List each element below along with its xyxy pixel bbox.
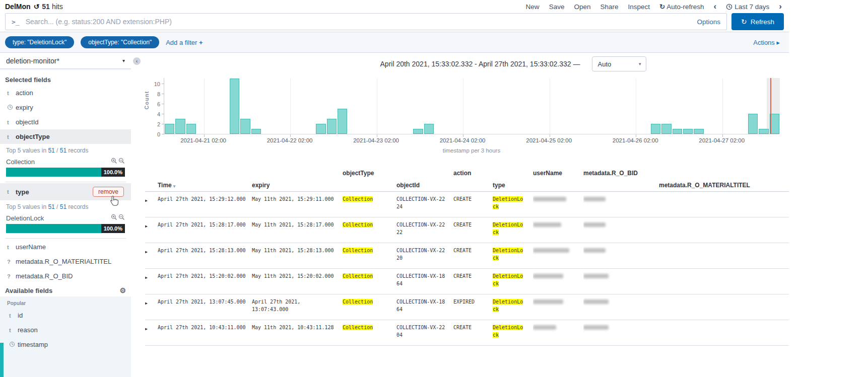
cell-action: CREATE [453,324,493,345]
grid-line [377,78,377,134]
expand-row-icon[interactable]: ▶ [145,272,148,281]
histogram-bar[interactable] [673,129,682,134]
redacted-bid [583,248,606,253]
time-range-title: April 20th 2021, 15:33:02.332 - April 27… [380,60,580,68]
nav-item-inspect[interactable]: Inspect [628,3,650,11]
redacted-username [533,325,556,330]
string-type-icon: t [9,313,18,319]
histogram-bar[interactable] [683,129,693,134]
column-header-action[interactable]: action [453,169,493,191]
expand-row-icon[interactable]: ▶ [145,247,148,256]
histogram-bar[interactable] [694,129,703,134]
zoom-out-icon[interactable] [118,214,125,222]
histogram-bar[interactable] [759,129,768,134]
column-header-objectType[interactable]: objectType [343,169,396,191]
field-value-percent: 100.0% [101,224,125,233]
column-header-objectId[interactable]: objectId [396,169,453,191]
histogram-bar[interactable] [230,79,239,134]
zoom-out-icon[interactable] [118,158,125,166]
histogram-bar[interactable] [424,124,434,134]
histogram-bar[interactable] [165,124,174,134]
sidebar-field-timestamp[interactable]: timestamp [7,337,124,352]
sidebar-field-type[interactable]: ttyperemove [0,183,131,200]
cell-objectId: COLLECTION-VX-2222 [396,221,453,243]
refresh-button[interactable]: ↻ Refresh [731,13,784,30]
x-tick-mark [636,134,636,137]
highlighted-value: Collection [343,273,373,279]
cell-expiry: May 11th 2021, 15:28:13.000 [252,247,343,268]
sidebar-scrollbar[interactable] [0,343,4,377]
sidebar-field-id[interactable]: tid [7,308,124,323]
content-row: deletion-monitor* ▾ Selected fields tact… [0,53,789,377]
histogram-bar[interactable] [251,129,261,134]
expand-row-icon[interactable]: ▶ [145,324,148,333]
collapse-sidebar-button[interactable]: ‹ [133,57,141,65]
histogram-bar[interactable] [661,124,671,134]
zoom-in-icon[interactable] [111,158,117,166]
column-header-expand[interactable] [145,169,158,191]
histogram-bar[interactable] [175,119,185,134]
cell-expand: ▶ [145,195,158,217]
histogram-bar[interactable] [327,119,337,134]
sidebar-field-objectType[interactable]: tobjectType [0,129,131,144]
filter-pill-type[interactable]: type: "DeletionLock" [5,36,74,48]
gear-icon[interactable]: ⚙ [119,286,126,294]
search-input[interactable]: >_ Search... (e.g. status:200 AND extens… [5,13,727,30]
unknown-type-icon: ? [7,273,16,279]
nav-item-share[interactable]: Share [600,3,618,11]
sidebar-field-action[interactable]: taction [5,86,126,100]
time-forward-chevron[interactable]: › [779,3,782,10]
cell-expiry: May 11th 2021, 15:29:11.000 [252,195,343,217]
record-count-link[interactable]: 51 [60,203,66,210]
table-row: ▶April 27th 2021, 10:43:11.000May 11th 2… [145,320,789,346]
history-icon[interactable]: ↺ [34,3,40,11]
filter-actions-link[interactable]: Actions ▸ [753,39,783,46]
expand-row-icon[interactable]: ▶ [145,221,148,230]
record-count-link[interactable]: 51 [48,203,54,210]
fields-sidebar: deletion-monitor* ▾ Selected fields tact… [0,53,131,377]
sidebar-field-metadata.R_O_BID[interactable]: ?metadata.R_O_BID [5,269,126,283]
column-header-time[interactable]: Time▾ [158,169,252,191]
nav-item-save[interactable]: Save [549,3,565,11]
y-tick-label: 2 [146,121,160,127]
sort-desc-icon[interactable]: ▾ [173,184,176,189]
expand-row-icon[interactable]: ▶ [145,195,148,204]
interval-select[interactable]: Auto ▾ [592,56,646,71]
histogram-bar[interactable] [186,124,196,134]
histogram-bar[interactable] [651,124,660,134]
time-back-chevron[interactable]: ‹ [714,3,717,10]
nav-item-new[interactable]: New [526,3,540,11]
nav-item-auto-refresh[interactable]: ↻Auto-refresh [659,3,704,11]
nav-item-open[interactable]: Open [574,3,590,11]
zoom-in-icon[interactable] [111,214,117,222]
cell-bid [583,195,659,217]
column-header-mat[interactable]: metadata.R_O_MATERIALTITEL [659,169,760,191]
x-tick-label: 2021-04-23 02:00 [349,137,404,143]
options-link[interactable]: Options [697,18,720,26]
column-header-userName[interactable]: userName [533,169,583,191]
time-range-picker[interactable]: Last 7 days [726,3,769,11]
column-header-bid[interactable]: metadata.R_O_BID [583,169,659,191]
histogram-bar[interactable] [338,109,347,134]
histogram-bar[interactable] [748,114,758,134]
clock-icon [7,104,16,111]
add-filter-link[interactable]: Add a filter + [166,39,203,46]
column-header-expiry[interactable]: expiry [252,169,343,191]
histogram-bar[interactable] [240,119,250,134]
column-header-type[interactable]: type [493,169,533,191]
sidebar-field-objectId[interactable]: tobjectId [5,115,126,129]
expand-row-icon[interactable]: ▶ [145,298,148,307]
column-header-label: action [453,170,471,177]
remove-field-button[interactable]: remove [93,187,124,197]
x-tick-label: 2021-04-24 02:00 [435,137,490,143]
histogram-bar[interactable] [413,129,423,134]
sidebar-field-userName[interactable]: tuserName [5,240,126,254]
filter-pill-objecttype[interactable]: objectType: "Collection" [81,36,159,48]
sidebar-field-reason[interactable]: treason [7,323,124,337]
sidebar-field-expiry[interactable]: expiry [5,100,126,115]
index-pattern-select[interactable]: deletion-monitor* ▾ [0,53,131,69]
sidebar-field-metadata.R_O_MATERIALTITEL[interactable]: ?metadata.R_O_MATERIALTITEL [5,254,126,269]
record-count-link[interactable]: 51 [48,147,54,154]
histogram-bar[interactable] [316,124,325,134]
record-count-link[interactable]: 51 [60,147,66,154]
